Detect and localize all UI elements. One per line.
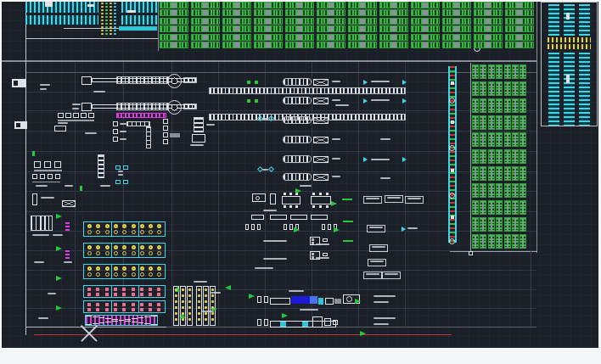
rack-cell[interactable] [474, 2, 503, 8]
rack-cell[interactable] [504, 183, 511, 198]
fill-shape[interactable] [566, 75, 570, 83]
grid-bubble-tag[interactable] [14, 121, 27, 129]
text-blip[interactable] [374, 323, 389, 325]
rack-cell[interactable] [160, 2, 188, 8]
text-blip[interactable] [332, 99, 340, 101]
flow-arrow[interactable] [56, 305, 62, 311]
crossed-box[interactable] [313, 117, 329, 124]
rack-cell[interactable] [474, 34, 503, 41]
rack-cell[interactable] [317, 34, 345, 41]
text-blip[interactable] [190, 144, 204, 146]
rack-cell[interactable] [504, 217, 511, 232]
equipment-outline[interactable] [245, 224, 249, 230]
rack-cell[interactable] [504, 115, 511, 130]
rack-cell[interactable] [411, 42, 440, 48]
belt-conveyor[interactable] [209, 87, 406, 94]
text-blip[interactable] [206, 124, 215, 126]
cyan-triangle-marker[interactable] [402, 157, 407, 162]
rack-cell[interactable] [488, 149, 495, 164]
rack-cell[interactable] [348, 34, 377, 41]
rack-cell[interactable] [222, 9, 251, 16]
fill-shape[interactable] [284, 193, 286, 195]
rack-cell[interactable] [512, 64, 519, 79]
rack-cell[interactable] [488, 200, 495, 215]
cyan-triangle-marker[interactable] [363, 157, 368, 162]
fill-shape[interactable] [87, 4, 94, 7]
rack-cell[interactable] [505, 25, 534, 32]
flow-arrow[interactable] [282, 313, 288, 318]
conveyor-strip[interactable] [25, 2, 98, 13]
rack-cell[interactable] [496, 200, 503, 215]
conveyor-strip[interactable] [25, 15, 98, 25]
ladder-rack[interactable] [146, 126, 151, 148]
rack-column[interactable] [505, 2, 534, 49]
text-blip[interactable] [263, 210, 277, 211]
magenta-hatch-bar[interactable] [116, 113, 166, 118]
clamp-marker[interactable] [115, 165, 121, 170]
equipment-outline[interactable] [290, 215, 307, 220]
rack-column[interactable] [317, 2, 345, 49]
green-marker[interactable] [343, 240, 353, 242]
conveyor-strip[interactable] [121, 15, 158, 25]
fill-shape[interactable] [310, 296, 317, 304]
rack-cell[interactable] [520, 81, 526, 96]
machine-capsule[interactable] [283, 136, 312, 143]
rack-cell[interactable] [520, 234, 526, 249]
crossed-box[interactable] [313, 174, 329, 181]
rack-cell[interactable] [348, 18, 377, 25]
rack-cell[interactable] [254, 42, 283, 48]
text-blip[interactable] [372, 246, 385, 248]
text-blip[interactable] [40, 88, 47, 90]
fill-shape[interactable] [289, 205, 292, 208]
rack-cell[interactable] [379, 9, 408, 16]
text-blip[interactable] [316, 257, 329, 259]
fill-shape[interactable] [45, 2, 53, 7]
fill-shape[interactable] [451, 120, 454, 124]
fill-shape[interactable] [451, 81, 454, 85]
rack-cell[interactable] [512, 183, 519, 198]
room-outline[interactable] [541, 2, 598, 126]
equipment-outline[interactable] [58, 113, 64, 118]
flow-arrow[interactable] [331, 201, 337, 206]
equipment-outline[interactable] [333, 320, 338, 325]
rack-column[interactable] [442, 2, 471, 49]
equipment-outline[interactable] [113, 121, 118, 126]
rack-cell[interactable] [317, 9, 345, 16]
equipment-outline[interactable] [40, 174, 45, 179]
rack-cell[interactable] [222, 18, 251, 25]
equipment-outline[interactable] [81, 103, 92, 111]
text-blip[interactable] [371, 99, 390, 101]
conveyor-station-marker[interactable] [449, 193, 455, 199]
marker-circle[interactable] [346, 296, 352, 302]
text-blip[interactable] [34, 261, 44, 263]
rack-cell[interactable] [480, 200, 486, 215]
rack-cell[interactable] [488, 81, 495, 96]
rack-cell[interactable] [379, 18, 408, 25]
rack-cell[interactable] [254, 18, 283, 25]
equipment-outline[interactable] [289, 224, 293, 230]
text-blip[interactable] [41, 197, 54, 199]
cyan-fill-segment[interactable] [318, 298, 323, 305]
rack-cell[interactable] [480, 132, 486, 147]
text-blip[interactable] [120, 123, 126, 125]
rack-cell[interactable] [411, 34, 440, 41]
rack-cell[interactable] [160, 25, 188, 32]
equipment-outline[interactable] [311, 196, 331, 204]
rack-cell[interactable] [496, 81, 503, 96]
equipment-outline[interactable] [257, 319, 261, 326]
text-blip[interactable] [332, 176, 340, 177]
text-blip[interactable] [380, 177, 390, 179]
rack-cell[interactable] [191, 9, 220, 16]
crossed-box[interactable] [313, 98, 329, 104]
rack-cell[interactable] [504, 81, 511, 96]
text-blip[interactable] [65, 185, 73, 187]
workstation-row[interactable] [83, 300, 166, 313]
text-blip[interactable] [72, 108, 79, 109]
rack-column[interactable] [474, 2, 503, 49]
rack-cell[interactable] [488, 217, 495, 232]
text-blip[interactable] [370, 260, 384, 262]
fill-shape[interactable] [312, 238, 314, 241]
flow-arrow[interactable] [225, 285, 231, 290]
green-marker[interactable] [247, 99, 250, 103]
flow-arrow[interactable] [355, 299, 361, 304]
